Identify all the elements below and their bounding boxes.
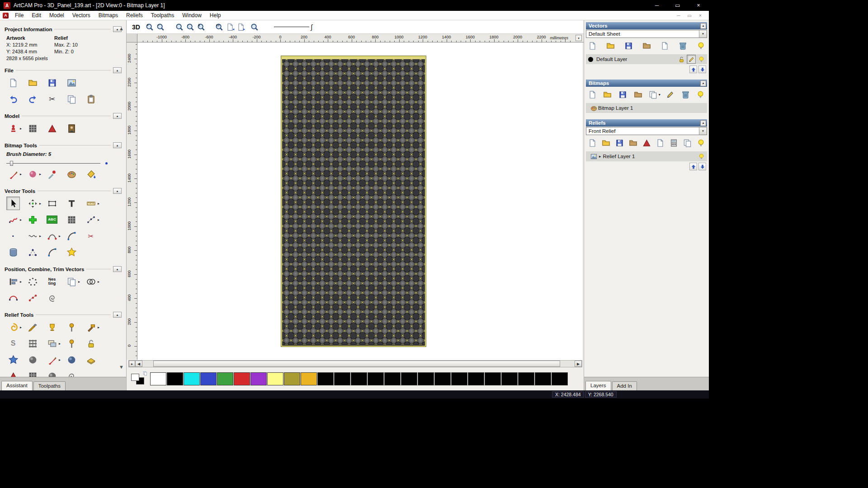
open-layer-icon[interactable] [600,137,611,148]
close-button[interactable]: × [697,13,703,18]
bezier-editing-flyout-icon[interactable]: ▸ [59,234,61,238]
new-layer-icon[interactable] [587,40,598,51]
ruler-menu-icon[interactable]: ▾ [576,35,582,41]
zoom-100-icon[interactable]: 1 [196,22,206,32]
block-copy-flyout-icon[interactable]: ▸ [78,280,80,284]
palette-swatch-4[interactable] [217,372,233,385]
collapse-reliefs-icon[interactable]: ▲ [700,120,706,126]
smooth-relief-icon[interactable] [6,320,20,334]
new-sheet-icon[interactable] [659,40,670,51]
transform-vectors-flyout-icon[interactable]: ▸ [39,202,41,206]
merge-layers-icon[interactable] [648,89,659,100]
palette-swatch-19[interactable] [468,372,484,385]
paint-relief-flyout-icon[interactable]: ▸ [59,358,61,362]
dome-relief-icon[interactable] [26,353,39,366]
save-layer-icon[interactable] [614,137,625,148]
layer-visibility-icon[interactable] [697,152,706,161]
menu-bitmaps[interactable]: Bitmaps [94,11,122,19]
chevron-down-icon[interactable]: ▼ [699,127,707,135]
palette-swatch-9[interactable] [301,372,317,385]
palette-swatch-18[interactable] [451,372,467,385]
new-model-icon[interactable] [6,76,20,89]
palette-swatch-5[interactable] [234,372,250,385]
paint-flyout-icon[interactable]: ▸ [20,172,22,176]
tab-toolpaths[interactable]: Toolpaths [33,381,66,390]
import-layer-icon[interactable] [641,40,652,51]
join-vectors-icon[interactable] [6,291,20,305]
palette-swatch-16[interactable] [418,372,434,385]
import-layer-icon[interactable] [632,89,643,100]
create-text-icon[interactable] [65,197,78,210]
maximize-button[interactable]: ▭ [667,0,688,11]
smart-engraving-icon[interactable]: S [6,337,20,350]
paste-icon[interactable] [84,92,98,106]
menu-help[interactable]: Help [206,11,225,19]
collapse-section-icon[interactable]: ▲ [113,188,122,194]
paste-along-curve-icon[interactable] [26,291,39,305]
close-button[interactable]: × [688,0,709,11]
set-model-size-flyout-icon[interactable]: ▸ [20,127,22,131]
relief-clipart-icon[interactable] [84,320,98,334]
bitmap-texture-icon[interactable] [65,213,78,226]
undo-icon[interactable] [6,92,20,106]
menu-file[interactable]: File [11,11,28,19]
palette-swatch-14[interactable] [384,372,401,385]
create-arc-icon[interactable] [65,229,78,243]
collapse-section-icon[interactable]: ▲ [113,67,122,73]
relief-layers-flyout-icon[interactable]: ▸ [59,342,61,346]
sheet-selector[interactable]: Default Sheet ▼ [586,30,707,38]
collapse-section-icon[interactable]: ▲ [113,266,122,272]
redo-icon[interactable] [26,92,39,106]
colour-palette-icon[interactable] [65,167,78,181]
lock-open-icon[interactable] [677,55,686,64]
nesting-icon[interactable]: Nes ting [45,275,59,288]
paint-icon[interactable] [6,167,20,181]
palette-swatch-2[interactable] [184,372,200,385]
zoom-box-icon[interactable]: ▫ [185,22,195,32]
menu-edit[interactable]: Edit [28,11,45,19]
move-up-icon[interactable] [689,163,697,170]
pick-colour-icon[interactable] [45,167,59,181]
menu-toolpaths[interactable]: Toolpaths [147,11,178,19]
palette-swatch-20[interactable] [485,372,501,385]
palette-swatch-0[interactable] [150,372,166,385]
open-layer-icon[interactable] [605,40,616,51]
weld-vectors-flyout-icon[interactable]: ▸ [98,280,99,284]
flood-fill-icon[interactable] [84,167,98,181]
current-colours-swatch[interactable] [130,372,148,386]
emboss-wizard-icon[interactable] [45,320,59,334]
delete-layer-icon[interactable] [680,89,691,100]
relief-clipart-flyout-icon[interactable]: ▸ [98,325,99,329]
fit-curve-flyout-icon[interactable]: ▸ [20,218,22,222]
collapse-vectors-icon[interactable]: ▲ [700,23,706,29]
primary-colour[interactable] [131,374,139,381]
toggle-3d-view-button[interactable]: 3D [132,23,140,31]
palette-swatch-1[interactable] [167,372,183,385]
lock-relief-icon[interactable] [84,337,98,350]
layer-visibility-icon[interactable] [697,55,706,64]
face-wizard-icon[interactable] [65,122,78,135]
move-down-icon[interactable] [698,66,706,73]
layer-name[interactable]: Default Layer [596,56,676,62]
line-handle-icon[interactable]: ∫ [311,23,312,30]
swap-colours-icon[interactable] [143,371,147,375]
menu-vectors[interactable]: Vectors [68,11,94,19]
palette-swatch-12[interactable] [351,372,367,385]
transform-vectors-icon[interactable] [26,197,39,210]
fit-arc-icon[interactable] [26,229,39,243]
vector-layer-row[interactable]: Default Layer [586,54,707,64]
palette-swatch-7[interactable] [267,372,283,385]
calculate-relief-icon[interactable] [668,137,679,148]
freehand-draw-icon[interactable] [26,245,39,259]
fit-arc-flyout-icon[interactable]: ▸ [39,234,41,238]
collapse-section-icon[interactable]: ▲ [113,142,122,148]
visibility-all-icon[interactable] [695,137,706,148]
layer-colour-swatch[interactable] [588,57,593,62]
collapse-bitmaps-icon[interactable]: ▲ [700,80,706,86]
minimize-button[interactable]: ─ [675,13,682,18]
zoom-out-icon[interactable]: − [156,22,165,32]
view-next-icon[interactable]: ▸ [236,22,246,32]
save-layer-icon[interactable] [623,40,634,51]
horizontal-scrollbar[interactable]: ▸ ◀ ▶ [128,360,582,367]
tab-assistant[interactable]: Assistant [1,381,33,390]
